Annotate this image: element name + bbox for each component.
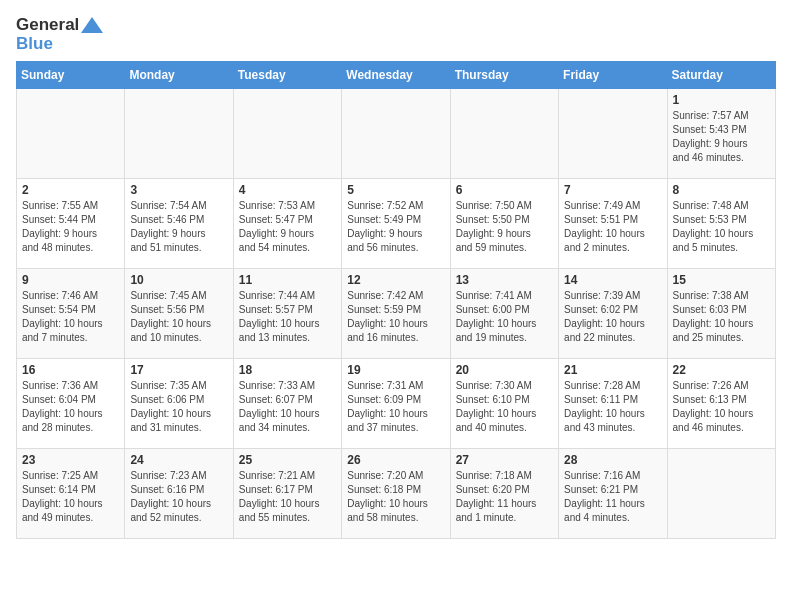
day-info: Sunrise: 7:26 AM Sunset: 6:13 PM Dayligh… [673,379,770,435]
day-info: Sunrise: 7:33 AM Sunset: 6:07 PM Dayligh… [239,379,336,435]
day-number: 23 [22,453,119,467]
day-info: Sunrise: 7:31 AM Sunset: 6:09 PM Dayligh… [347,379,444,435]
day-info: Sunrise: 7:38 AM Sunset: 6:03 PM Dayligh… [673,289,770,345]
day-number: 3 [130,183,227,197]
day-info: Sunrise: 7:41 AM Sunset: 6:00 PM Dayligh… [456,289,553,345]
day-number: 18 [239,363,336,377]
day-number: 17 [130,363,227,377]
day-cell: 14Sunrise: 7:39 AM Sunset: 6:02 PM Dayli… [559,269,667,359]
day-info: Sunrise: 7:16 AM Sunset: 6:21 PM Dayligh… [564,469,661,525]
day-number: 6 [456,183,553,197]
day-info: Sunrise: 7:23 AM Sunset: 6:16 PM Dayligh… [130,469,227,525]
day-cell: 20Sunrise: 7:30 AM Sunset: 6:10 PM Dayli… [450,359,558,449]
day-number: 25 [239,453,336,467]
day-cell: 11Sunrise: 7:44 AM Sunset: 5:57 PM Dayli… [233,269,341,359]
day-cell: 12Sunrise: 7:42 AM Sunset: 5:59 PM Dayli… [342,269,450,359]
day-number: 19 [347,363,444,377]
day-header-tuesday: Tuesday [233,62,341,89]
day-info: Sunrise: 7:53 AM Sunset: 5:47 PM Dayligh… [239,199,336,255]
day-number: 5 [347,183,444,197]
day-cell: 28Sunrise: 7:16 AM Sunset: 6:21 PM Dayli… [559,449,667,539]
day-cell: 3Sunrise: 7:54 AM Sunset: 5:46 PM Daylig… [125,179,233,269]
week-row-4: 16Sunrise: 7:36 AM Sunset: 6:04 PM Dayli… [17,359,776,449]
day-number: 8 [673,183,770,197]
day-cell: 2Sunrise: 7:55 AM Sunset: 5:44 PM Daylig… [17,179,125,269]
day-number: 10 [130,273,227,287]
day-number: 12 [347,273,444,287]
day-info: Sunrise: 7:50 AM Sunset: 5:50 PM Dayligh… [456,199,553,255]
day-cell: 4Sunrise: 7:53 AM Sunset: 5:47 PM Daylig… [233,179,341,269]
day-cell: 25Sunrise: 7:21 AM Sunset: 6:17 PM Dayli… [233,449,341,539]
day-cell [125,89,233,179]
day-header-wednesday: Wednesday [342,62,450,89]
day-number: 22 [673,363,770,377]
day-cell: 13Sunrise: 7:41 AM Sunset: 6:00 PM Dayli… [450,269,558,359]
day-cell: 9Sunrise: 7:46 AM Sunset: 5:54 PM Daylig… [17,269,125,359]
day-info: Sunrise: 7:36 AM Sunset: 6:04 PM Dayligh… [22,379,119,435]
day-cell [450,89,558,179]
day-info: Sunrise: 7:48 AM Sunset: 5:53 PM Dayligh… [673,199,770,255]
day-number: 20 [456,363,553,377]
day-number: 9 [22,273,119,287]
day-cell: 8Sunrise: 7:48 AM Sunset: 5:53 PM Daylig… [667,179,775,269]
day-cell [342,89,450,179]
day-cell: 24Sunrise: 7:23 AM Sunset: 6:16 PM Dayli… [125,449,233,539]
day-info: Sunrise: 7:39 AM Sunset: 6:02 PM Dayligh… [564,289,661,345]
day-info: Sunrise: 7:55 AM Sunset: 5:44 PM Dayligh… [22,199,119,255]
day-cell: 5Sunrise: 7:52 AM Sunset: 5:49 PM Daylig… [342,179,450,269]
day-number: 21 [564,363,661,377]
day-info: Sunrise: 7:54 AM Sunset: 5:46 PM Dayligh… [130,199,227,255]
week-row-2: 2Sunrise: 7:55 AM Sunset: 5:44 PM Daylig… [17,179,776,269]
day-number: 26 [347,453,444,467]
day-cell: 16Sunrise: 7:36 AM Sunset: 6:04 PM Dayli… [17,359,125,449]
day-info: Sunrise: 7:52 AM Sunset: 5:49 PM Dayligh… [347,199,444,255]
week-row-5: 23Sunrise: 7:25 AM Sunset: 6:14 PM Dayli… [17,449,776,539]
day-cell [667,449,775,539]
day-number: 1 [673,93,770,107]
week-row-3: 9Sunrise: 7:46 AM Sunset: 5:54 PM Daylig… [17,269,776,359]
day-header-saturday: Saturday [667,62,775,89]
page-header: General Blue [16,16,776,53]
day-number: 2 [22,183,119,197]
day-cell: 27Sunrise: 7:18 AM Sunset: 6:20 PM Dayli… [450,449,558,539]
day-cell: 19Sunrise: 7:31 AM Sunset: 6:09 PM Dayli… [342,359,450,449]
day-number: 4 [239,183,336,197]
days-header-row: SundayMondayTuesdayWednesdayThursdayFrid… [17,62,776,89]
day-cell [233,89,341,179]
day-info: Sunrise: 7:35 AM Sunset: 6:06 PM Dayligh… [130,379,227,435]
day-cell: 26Sunrise: 7:20 AM Sunset: 6:18 PM Dayli… [342,449,450,539]
day-info: Sunrise: 7:18 AM Sunset: 6:20 PM Dayligh… [456,469,553,525]
day-cell: 10Sunrise: 7:45 AM Sunset: 5:56 PM Dayli… [125,269,233,359]
day-cell [559,89,667,179]
day-info: Sunrise: 7:21 AM Sunset: 6:17 PM Dayligh… [239,469,336,525]
logo-general-text: General [16,16,79,35]
day-info: Sunrise: 7:46 AM Sunset: 5:54 PM Dayligh… [22,289,119,345]
week-row-1: 1Sunrise: 7:57 AM Sunset: 5:43 PM Daylig… [17,89,776,179]
day-info: Sunrise: 7:28 AM Sunset: 6:11 PM Dayligh… [564,379,661,435]
day-cell: 15Sunrise: 7:38 AM Sunset: 6:03 PM Dayli… [667,269,775,359]
day-info: Sunrise: 7:30 AM Sunset: 6:10 PM Dayligh… [456,379,553,435]
day-info: Sunrise: 7:45 AM Sunset: 5:56 PM Dayligh… [130,289,227,345]
day-number: 24 [130,453,227,467]
day-number: 15 [673,273,770,287]
day-cell: 1Sunrise: 7:57 AM Sunset: 5:43 PM Daylig… [667,89,775,179]
day-cell: 21Sunrise: 7:28 AM Sunset: 6:11 PM Dayli… [559,359,667,449]
svg-marker-0 [81,17,103,33]
logo-arrow-icon [81,17,103,33]
day-header-sunday: Sunday [17,62,125,89]
day-header-friday: Friday [559,62,667,89]
day-number: 14 [564,273,661,287]
day-info: Sunrise: 7:25 AM Sunset: 6:14 PM Dayligh… [22,469,119,525]
logo: General Blue [16,16,103,53]
day-cell: 17Sunrise: 7:35 AM Sunset: 6:06 PM Dayli… [125,359,233,449]
day-info: Sunrise: 7:49 AM Sunset: 5:51 PM Dayligh… [564,199,661,255]
day-number: 11 [239,273,336,287]
day-info: Sunrise: 7:20 AM Sunset: 6:18 PM Dayligh… [347,469,444,525]
day-cell: 18Sunrise: 7:33 AM Sunset: 6:07 PM Dayli… [233,359,341,449]
day-number: 27 [456,453,553,467]
day-cell [17,89,125,179]
day-cell: 22Sunrise: 7:26 AM Sunset: 6:13 PM Dayli… [667,359,775,449]
logo-container: General Blue [16,16,103,53]
day-number: 28 [564,453,661,467]
day-number: 7 [564,183,661,197]
